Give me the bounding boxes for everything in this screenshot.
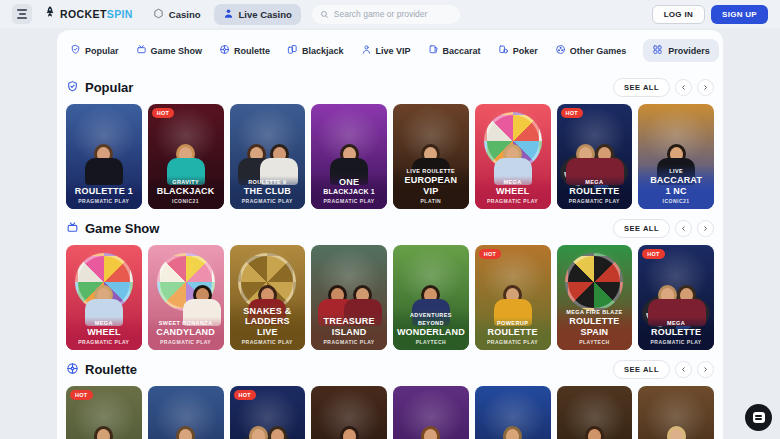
game-title: SNAKES &LADDERSLIVEPRAGMATIC PLAY: [230, 303, 306, 350]
game-tile[interactable]: HOT MEGAROULETTEPRAGMATIC PLAY: [557, 104, 633, 209]
provider-label: PLATIN: [395, 198, 467, 204]
game-tile[interactable]: [393, 386, 469, 439]
game-tile[interactable]: [475, 386, 551, 439]
top-bar: ROCKETSPIN Casino Live Casino LOG IN SIG…: [0, 0, 780, 28]
category-baccarat[interactable]: Baccarat: [428, 44, 481, 57]
baccarat-icon: [428, 44, 439, 57]
game-tile[interactable]: MEGA FIRE BLAZEROULETTESPAINPLAYTECH: [557, 245, 633, 350]
game-tile[interactable]: LIVE ROULETTEEUROPEANVIPPLATIN: [393, 104, 469, 209]
brand-logo[interactable]: ROCKETSPIN: [43, 5, 133, 23]
category-live-vip[interactable]: Live VIP: [361, 44, 411, 57]
roulette-icon: [219, 44, 230, 57]
provider-label: PRAGMATIC PLAY: [559, 198, 631, 204]
category-label: Poker: [513, 46, 538, 56]
section-title: Roulette: [85, 362, 137, 377]
live-vip-icon: [361, 44, 372, 57]
section-popular: Popular SEE ALL ROULETTE 1PRAGMATIC PLAY…: [62, 68, 718, 209]
game-tile[interactable]: HOT POWERUPROULETTEPRAGMATIC PLAY: [475, 245, 551, 350]
game-title: ADVENTURESBEYONDWONDERLANDPLAYTECH: [393, 309, 469, 350]
game-title: LIVEBACCARAT1 NCICONIC21: [638, 165, 714, 209]
category-label: Game Show: [151, 46, 203, 56]
game-title: ONEBLACKJACK 1PRAGMATIC PLAY: [311, 174, 387, 209]
dealer-figure: [82, 146, 126, 185]
game-tile[interactable]: [148, 386, 224, 439]
game-tile[interactable]: ROULETTE 1PRAGMATIC PLAY: [66, 104, 142, 209]
category-other-games[interactable]: Other Games: [555, 44, 627, 57]
game-tile[interactable]: [557, 386, 633, 439]
prev-arrow-button[interactable]: [675, 79, 692, 96]
hot-badge: HOT: [479, 249, 502, 259]
game-tile[interactable]: SWEET BONANZACANDYLANDPRAGMATIC PLAY: [148, 245, 224, 350]
game-tile[interactable]: HOT GRAVITYBLACKJACKICONIC21: [148, 104, 224, 209]
provider-label: PLAYTECH: [395, 339, 467, 345]
next-arrow-button[interactable]: [697, 361, 714, 378]
see-all-button[interactable]: SEE ALL: [613, 360, 670, 379]
dealer-figure: [654, 428, 698, 439]
popular-icon: [70, 44, 81, 57]
sections-container: Popular SEE ALL ROULETTE 1PRAGMATIC PLAY…: [62, 68, 718, 439]
category-blackjack[interactable]: Blackjack: [287, 44, 344, 57]
providers-label: Providers: [668, 46, 710, 56]
game-title: SWEET BONANZACANDYLANDPRAGMATIC PLAY: [148, 317, 224, 350]
game-tile[interactable]: HOT: [66, 386, 142, 439]
section-game-show: Game Show SEE ALL MEGAWHEELPRAGMATIC PLA…: [62, 209, 718, 350]
provider-label: ICONIC21: [640, 198, 712, 204]
game-tile[interactable]: TREASUREISLANDPRAGMATIC PLAY: [311, 245, 387, 350]
nav-item-live-casino[interactable]: Live Casino: [214, 4, 301, 25]
roulette-icon: [66, 361, 79, 379]
game-tile[interactable]: SNAKES &LADDERSLIVEPRAGMATIC PLAY: [230, 245, 306, 350]
next-arrow-button[interactable]: [697, 220, 714, 237]
section-title: Popular: [85, 80, 133, 95]
category-label: Baccarat: [443, 46, 481, 56]
game-tile[interactable]: ONEBLACKJACK 1PRAGMATIC PLAY: [311, 104, 387, 209]
tiles-row: MEGAWHEELPRAGMATIC PLAY SWEET BONANZACAN…: [62, 245, 718, 350]
game-title: TREASUREISLANDPRAGMATIC PLAY: [311, 313, 387, 350]
next-arrow-button[interactable]: [697, 79, 714, 96]
nav-item-casino[interactable]: Casino: [144, 4, 210, 25]
rocket-icon: [43, 5, 57, 23]
game-tile[interactable]: MEGAWHEELPRAGMATIC PLAY: [66, 245, 142, 350]
provider-label: PRAGMATIC PLAY: [640, 339, 712, 345]
hot-badge: HOT: [70, 390, 93, 400]
hot-badge: HOT: [152, 108, 175, 118]
login-button[interactable]: LOG IN: [652, 5, 705, 24]
game-title: LIVE ROULETTEEUROPEANVIPPLATIN: [393, 165, 469, 209]
dealer-figure: [256, 428, 300, 439]
game-title: ROULETTE 1PRAGMATIC PLAY: [66, 183, 142, 209]
category-label: Blackjack: [302, 46, 344, 56]
game-tile[interactable]: HOT: [230, 386, 306, 439]
tiles-row: ROULETTE 1PRAGMATIC PLAY HOT GRAVITYBLAC…: [62, 104, 718, 209]
game-tile[interactable]: [638, 386, 714, 439]
game-title: ROULETTE 9THE CLUBPRAGMATIC PLAY: [230, 176, 306, 209]
game-tile[interactable]: MEGAWHEELPRAGMATIC PLAY: [475, 104, 551, 209]
category-popular[interactable]: Popular: [70, 44, 119, 57]
category-roulette[interactable]: Roulette: [219, 44, 270, 57]
section-header: Game Show SEE ALL: [62, 209, 718, 245]
signup-button[interactable]: SIGN UP: [711, 5, 768, 24]
section-header: Roulette SEE ALL: [62, 350, 718, 386]
see-all-button[interactable]: SEE ALL: [613, 78, 670, 97]
game-tile[interactable]: ADVENTURESBEYONDWONDERLANDPLAYTECH: [393, 245, 469, 350]
game-tile[interactable]: ROULETTE 9THE CLUBPRAGMATIC PLAY: [230, 104, 306, 209]
category-poker[interactable]: Poker: [498, 44, 538, 57]
search-bar[interactable]: [312, 5, 460, 24]
provider-label: PRAGMATIC PLAY: [68, 198, 140, 204]
prev-arrow-button[interactable]: [675, 361, 692, 378]
menu-icon[interactable]: [12, 4, 32, 24]
hot-badge: HOT: [561, 108, 584, 118]
see-all-button[interactable]: SEE ALL: [613, 219, 670, 238]
game-tile[interactable]: HOT MEGAROULETTEPRAGMATIC PLAY: [638, 245, 714, 350]
dealer-figure: [164, 428, 208, 439]
game-title: GRAVITYBLACKJACKICONIC21: [148, 176, 224, 209]
section-header: Popular SEE ALL: [62, 68, 718, 104]
category-game-show[interactable]: Game Show: [136, 44, 203, 57]
chat-button[interactable]: [745, 404, 772, 431]
other-games-icon: [555, 44, 566, 57]
search-input[interactable]: [334, 9, 452, 19]
game-tile[interactable]: LIVEBACCARAT1 NCICONIC21: [638, 104, 714, 209]
game-title: POWERUPROULETTEPRAGMATIC PLAY: [475, 317, 551, 350]
providers-button[interactable]: Providers: [643, 39, 719, 62]
provider-label: PRAGMATIC PLAY: [313, 339, 385, 345]
game-tile[interactable]: [311, 386, 387, 439]
prev-arrow-button[interactable]: [675, 220, 692, 237]
